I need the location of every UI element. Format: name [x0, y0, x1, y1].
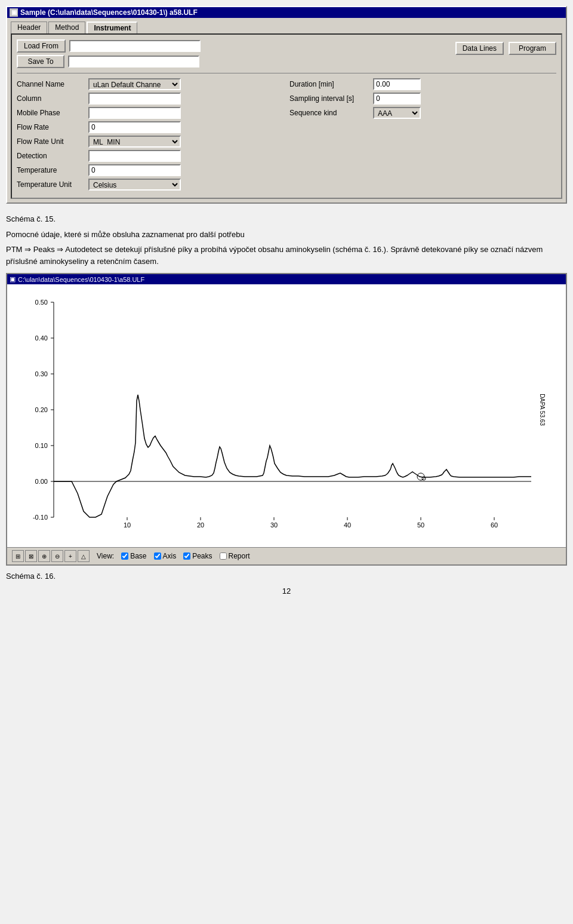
schema-15-label: Schéma č. 15.	[6, 214, 56, 223]
mobile-phase-row: Mobile Phase	[17, 107, 284, 119]
tab-bar: Header Method Instrument	[11, 22, 562, 33]
axis-checkbox[interactable]	[154, 552, 161, 560]
base-checkbox-label[interactable]: Base	[121, 552, 146, 560]
form-area: Channel Name uLan Default Channe Column …	[17, 78, 556, 193]
base-label: Base	[130, 552, 146, 560]
detection-row: Detection	[17, 150, 284, 162]
svg-text:60: 60	[491, 521, 498, 529]
window-title: Sample (C:\ulan\data\Sequences\010430-1\…	[20, 8, 198, 17]
temperature-unit-label: Temperature Unit	[17, 180, 88, 189]
page-number: 12	[6, 587, 567, 595]
report-label: Report	[229, 552, 250, 560]
svg-text:-0.10: -0.10	[33, 514, 48, 521]
temperature-input[interactable]	[88, 164, 181, 176]
report-checkbox[interactable]	[220, 552, 227, 560]
peaks-label: Peaks	[192, 552, 212, 560]
sampling-input[interactable]	[373, 93, 421, 105]
peaks-checkbox[interactable]	[183, 552, 190, 560]
chart-svg: 0.50 0.40 0.30 0.20 0.10 0.00 -0.10 10	[18, 290, 555, 541]
mobile-phase-input[interactable]	[88, 107, 181, 119]
instrument-panel: Load From Save To Data Lines Program	[11, 33, 562, 199]
flow-rate-input[interactable]	[88, 121, 181, 133]
action-buttons-area: Data Lines Program	[455, 39, 556, 68]
axis-label: Axis	[163, 552, 177, 560]
duration-row: Duration [min]	[289, 78, 556, 90]
svg-text:DAPA 53.63: DAPA 53.63	[539, 394, 546, 426]
schema-15-text1: Pomocné údaje, které si může obsluha zaz…	[6, 229, 567, 241]
channel-name-label: Channel Name	[17, 80, 88, 88]
save-to-input[interactable]	[68, 56, 199, 67]
channel-name-row: Channel Name uLan Default Channe	[17, 78, 284, 90]
temperature-unit-select[interactable]: Celsius	[88, 179, 181, 191]
chart-toolbar: ⊞ ⊠ ⊕ ⊖ + △ View: Base Axis Peaks Report	[7, 547, 566, 564]
flow-rate-unit-select[interactable]: ML_MIN	[88, 136, 181, 148]
load-from-button[interactable]: Load From	[17, 39, 66, 53]
chart-icon: ▣	[10, 275, 16, 283]
form-left: Channel Name uLan Default Channe Column …	[17, 78, 284, 193]
svg-text:10: 10	[124, 521, 131, 529]
toolbar-icons: ⊞ ⊠ ⊕ ⊖ + △	[12, 550, 90, 562]
flow-rate-unit-label: Flow Rate Unit	[17, 137, 88, 146]
sampling-label: Sampling interval [s]	[289, 94, 373, 103]
flow-rate-label: Flow Rate	[17, 123, 88, 131]
toolbar-icon-6[interactable]: △	[78, 550, 90, 562]
svg-text:40: 40	[344, 521, 351, 529]
program-button[interactable]: Program	[509, 42, 556, 55]
window-titlebar: ▣ Sample (C:\ulan\data\Sequences\010430-…	[7, 7, 566, 18]
sampling-row: Sampling interval [s]	[289, 93, 556, 105]
view-label: View:	[97, 552, 114, 560]
svg-rect-0	[18, 290, 555, 541]
form-right: Duration [min] Sampling interval [s] Seq…	[289, 78, 556, 193]
sample-window: ▣ Sample (C:\ulan\data\Sequences\010430-…	[6, 6, 567, 204]
save-to-row: Save To	[17, 55, 201, 68]
column-label: Column	[17, 94, 88, 103]
mobile-phase-label: Mobile Phase	[17, 109, 88, 117]
load-save-area: Load From Save To	[17, 39, 201, 68]
window-icon: ▣	[10, 8, 18, 17]
data-lines-button[interactable]: Data Lines	[455, 42, 504, 55]
flow-rate-unit-row: Flow Rate Unit ML_MIN	[17, 136, 284, 148]
schema-16-label: Schéma č. 16.	[6, 572, 56, 581]
column-row: Column	[17, 93, 284, 105]
temperature-label: Temperature	[17, 166, 88, 174]
svg-text:50: 50	[417, 521, 424, 529]
svg-text:0.10: 0.10	[35, 442, 48, 449]
base-checkbox[interactable]	[121, 552, 128, 560]
sequence-kind-select[interactable]: AAA	[373, 107, 421, 119]
toolbar-icon-3[interactable]: ⊕	[38, 550, 50, 562]
chart-area: 0.50 0.40 0.30 0.20 0.10 0.00 -0.10 10	[7, 284, 566, 547]
toolbar-icon-1[interactable]: ⊞	[12, 550, 24, 562]
toolbar-icon-4[interactable]: ⊖	[51, 550, 63, 562]
sequence-kind-row: Sequence kind AAA	[289, 107, 556, 119]
duration-input[interactable]	[373, 78, 421, 90]
svg-text:0.20: 0.20	[35, 406, 48, 413]
svg-text:0.40: 0.40	[35, 334, 48, 342]
sequence-kind-label: Sequence kind	[289, 109, 373, 117]
axis-checkbox-label[interactable]: Axis	[154, 552, 177, 560]
chart-titlebar: ▣ C:\ulan\data\Sequences\010430-1\a58.UL…	[7, 274, 566, 284]
svg-text:0.00: 0.00	[35, 478, 48, 485]
duration-label: Duration [min]	[289, 80, 373, 88]
column-input[interactable]	[88, 93, 181, 105]
schema-15-area: Schéma č. 15. Pomocné údaje, které si mů…	[6, 213, 567, 267]
schema-15-text2: PTM ⇒ Peaks ⇒ Autodetect se detekují pří…	[6, 244, 567, 267]
chart-title: C:\ulan\data\Sequences\010430-1\a58.ULF	[18, 276, 144, 283]
toolbar-icon-2[interactable]: ⊠	[25, 550, 37, 562]
tab-method[interactable]: Method	[48, 22, 85, 33]
toolbar-icon-5[interactable]: +	[64, 550, 76, 562]
schema-16-area: Schéma č. 16.	[6, 572, 567, 581]
detection-label: Detection	[17, 152, 88, 160]
svg-text:20: 20	[197, 521, 204, 529]
tab-instrument[interactable]: Instrument	[87, 22, 137, 33]
flow-rate-row: Flow Rate	[17, 121, 284, 133]
save-to-button[interactable]: Save To	[17, 55, 64, 68]
channel-name-select[interactable]: uLan Default Channe	[88, 78, 181, 90]
svg-text:0.30: 0.30	[35, 370, 48, 377]
detection-input[interactable]	[88, 150, 181, 162]
svg-text:0.50: 0.50	[35, 299, 48, 306]
peaks-checkbox-label[interactable]: Peaks	[183, 552, 212, 560]
tab-header[interactable]: Header	[11, 22, 47, 33]
load-from-row: Load From	[17, 39, 201, 53]
report-checkbox-label[interactable]: Report	[220, 552, 250, 560]
load-from-input[interactable]	[69, 40, 201, 52]
